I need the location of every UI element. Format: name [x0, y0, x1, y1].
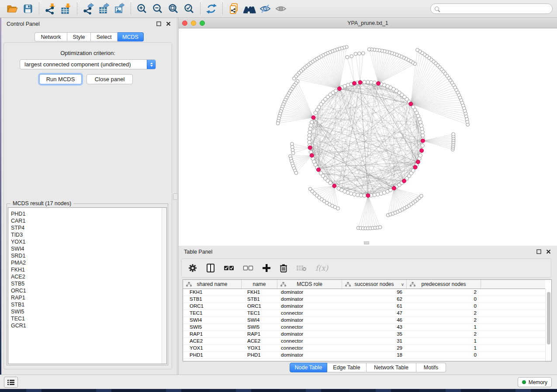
mcds-result-item[interactable]: PHD1 — [8, 210, 161, 217]
table-cell[interactable]: connector — [277, 338, 342, 344]
table-cell[interactable]: FKH1 — [183, 289, 242, 296]
table-row[interactable]: PHD1PHD1dominator180 — [183, 352, 545, 359]
table-row[interactable]: STB1STB1dominator620 — [183, 296, 545, 303]
column-header-mcds-role[interactable]: MCDS role — [277, 280, 342, 289]
close-table-panel-icon[interactable] — [545, 248, 552, 255]
mcds-result-item[interactable]: FKH1 — [8, 266, 161, 273]
table-row[interactable]: FKH1FKH1dominator962 — [183, 289, 545, 296]
table-cell[interactable]: connector — [277, 324, 342, 330]
hide-selected-eye-icon[interactable] — [257, 2, 273, 16]
show-column-icon[interactable] — [206, 262, 215, 274]
tab-select[interactable]: Select — [91, 32, 118, 41]
table-cell[interactable]: 29 — [342, 345, 407, 351]
table-cell[interactable]: dominator — [277, 331, 342, 337]
zoom-in-icon[interactable] — [134, 2, 150, 16]
network-canvas[interactable] — [179, 28, 557, 246]
tab-network[interactable]: Network — [35, 32, 67, 41]
table-cell[interactable]: 35 — [342, 331, 407, 337]
table-row[interactable]: ORC1ORC1dominator610 — [183, 303, 545, 310]
table-cell[interactable]: RAP1 — [183, 331, 242, 337]
show-all-eye-icon[interactable] — [273, 2, 289, 16]
tab-mcds[interactable]: MCDS — [118, 32, 144, 41]
delete-table-icon[interactable] — [296, 262, 307, 274]
table-cell[interactable]: 2 — [407, 310, 481, 316]
table-cell[interactable]: FKH1 — [242, 289, 277, 296]
delete-row-trash-icon[interactable] — [280, 262, 287, 274]
function-builder-icon[interactable]: f(x) — [315, 262, 328, 274]
column-header-shared-name[interactable]: shared name — [183, 280, 242, 289]
save-session-icon[interactable] — [20, 2, 36, 16]
mcds-result-item[interactable]: SWI5 — [8, 308, 161, 315]
table-cell[interactable]: 47 — [342, 310, 407, 316]
apply-layout-icon[interactable] — [204, 2, 219, 16]
table-cell[interactable]: STB1 — [242, 296, 277, 303]
table-cell[interactable]: 2 — [407, 331, 481, 337]
column-header-predecessor-nodes[interactable]: predecessor nodes — [407, 280, 481, 289]
table-row[interactable]: RAP1RAP1dominator352 — [183, 331, 545, 338]
mcds-result-list[interactable]: PHD1CAR1STP4TID3YOX1SWI4SRD1PMA2FKH1ACE2… — [8, 207, 167, 364]
table-cell[interactable]: ACE2 — [183, 338, 242, 344]
export-table-icon[interactable] — [96, 2, 112, 16]
mcds-result-item[interactable]: ACE2 — [8, 273, 161, 280]
first-neighbors-icon[interactable] — [242, 2, 257, 16]
table-cell[interactable]: 18 — [342, 352, 407, 358]
add-row-icon[interactable] — [262, 262, 271, 274]
mcds-result-item[interactable]: PMA2 — [8, 259, 161, 266]
table-cell[interactable]: SWI4 — [242, 317, 277, 323]
table-cell[interactable]: TEC1 — [183, 310, 242, 316]
search-input[interactable] — [441, 5, 548, 12]
table-scrollbar-thumb[interactable] — [547, 292, 550, 344]
import-network-icon[interactable] — [42, 2, 58, 16]
mcds-result-item[interactable]: TID3 — [8, 231, 161, 238]
mcds-result-item[interactable]: ORC1 — [8, 287, 161, 294]
table-row[interactable]: TEC1TEC1connector472 — [183, 310, 545, 317]
mcds-result-item[interactable]: CAR1 — [8, 217, 161, 224]
task-history-button[interactable] — [4, 377, 18, 388]
tab-edge-table[interactable]: Edge Table — [327, 363, 367, 372]
mcds-result-item[interactable]: RAP1 — [8, 294, 161, 301]
zoom-fit-icon[interactable] — [166, 2, 181, 16]
mcds-result-item[interactable]: SWI4 — [8, 245, 161, 252]
table-cell[interactable]: ACE2 — [242, 338, 277, 344]
table-row[interactable]: SWI5SWI5connector431 — [183, 324, 545, 331]
tab-style[interactable]: Style — [67, 32, 91, 41]
network-graph[interactable] — [179, 28, 557, 246]
deselect-all-checkboxes-icon[interactable] — [243, 262, 253, 274]
open-session-icon[interactable] — [4, 2, 20, 16]
table-cell[interactable]: 1 — [407, 345, 481, 351]
table-cell[interactable]: YOX1 — [183, 345, 242, 351]
table-cell[interactable]: SWI5 — [183, 324, 242, 330]
table-scrollbar-track[interactable] — [545, 289, 551, 361]
table-cell[interactable]: SWI5 — [242, 324, 277, 330]
table-cell[interactable]: 2 — [407, 317, 481, 323]
table-row[interactable]: YOX1YOX1connector291 — [183, 345, 545, 352]
table-cell[interactable]: 0 — [407, 296, 481, 303]
zoom-out-icon[interactable] — [150, 2, 166, 16]
column-header-successor-nodes[interactable]: successor nodes∨ — [342, 280, 407, 289]
float-table-panel-icon[interactable] — [535, 248, 542, 255]
table-cell[interactable]: ORC1 — [183, 303, 242, 309]
mcds-result-item[interactable]: SRD1 — [8, 252, 161, 259]
mcds-result-item[interactable]: YOX1 — [8, 238, 161, 245]
table-cell[interactable]: dominator — [277, 303, 342, 309]
table-cell[interactable]: 62 — [342, 296, 407, 303]
table-cell[interactable]: 61 — [342, 303, 407, 309]
table-cell[interactable]: PHD1 — [183, 352, 242, 358]
export-network-icon[interactable] — [80, 2, 96, 16]
memory-button[interactable]: Memory — [518, 377, 552, 387]
divider-grab-handle[interactable] — [173, 193, 178, 200]
table-cell[interactable]: 0 — [407, 303, 481, 309]
table-cell[interactable]: 1 — [407, 324, 481, 330]
optimization-criterion-dropdown[interactable]: largest connected component (undirected) — [20, 59, 156, 69]
mcds-result-item[interactable]: STB1 — [8, 301, 161, 308]
float-panel-icon[interactable] — [155, 21, 162, 28]
table-cell[interactable]: connector — [277, 345, 342, 351]
select-all-checkboxes-icon[interactable] — [224, 262, 234, 274]
table-row[interactable]: SWI4SWI4dominator462 — [183, 317, 545, 324]
tab-node-table[interactable]: Node Table — [290, 363, 327, 372]
table-cell[interactable]: 31 — [342, 338, 407, 344]
close-panel-button[interactable]: Close panel — [86, 74, 133, 84]
zoom-selected-icon[interactable] — [181, 2, 197, 16]
settings-gear-icon[interactable] — [188, 262, 197, 274]
table-cell[interactable]: STB1 — [183, 296, 242, 303]
